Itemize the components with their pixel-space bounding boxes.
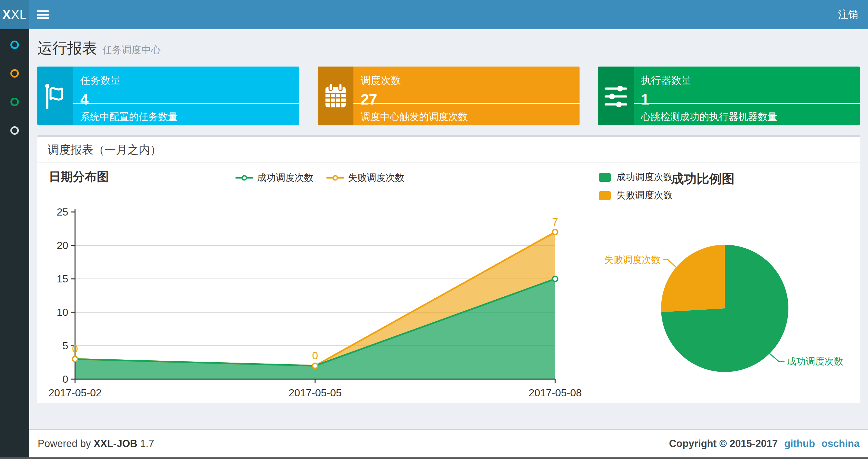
copyright-text: Copyright © 2015-2017 bbox=[669, 438, 778, 450]
top-navbar: XXL 注销 bbox=[0, 0, 868, 29]
svg-text:5: 5 bbox=[62, 340, 68, 352]
svg-text:2017-05-05: 2017-05-05 bbox=[288, 387, 342, 399]
sliders-icon bbox=[598, 67, 634, 125]
stat-box-row: 任务数量 4 系统中配置的任务数量 bbox=[37, 67, 860, 125]
app-logo-rest: XL bbox=[11, 8, 27, 22]
sidebar-item-job-manage[interactable] bbox=[0, 59, 29, 88]
legend-item[interactable]: 失败调度次数 bbox=[599, 189, 673, 202]
stat-value: 27 bbox=[353, 91, 580, 108]
pie-chart-title: 成功比例图 bbox=[671, 170, 735, 188]
svg-text:10: 10 bbox=[57, 306, 68, 318]
app-logo[interactable]: XXL bbox=[0, 0, 29, 29]
content-header: 运行报表 任务调度中心 bbox=[37, 38, 161, 59]
sidebar-item-run-report[interactable] bbox=[0, 31, 29, 59]
powered-by-text: Powered by XXL-JOB 1.7 bbox=[38, 438, 154, 450]
stat-description: 系统中配置的任务数量 bbox=[73, 109, 299, 125]
logout-button[interactable]: 注销 bbox=[828, 0, 868, 29]
svg-text:20: 20 bbox=[57, 239, 68, 251]
sidebar bbox=[0, 29, 29, 459]
circle-icon bbox=[10, 69, 19, 77]
page-title: 运行报表 bbox=[37, 38, 97, 59]
stat-divider bbox=[73, 103, 299, 104]
page-subtitle: 任务调度中心 bbox=[102, 43, 161, 57]
oschina-link[interactable]: oschina bbox=[822, 438, 860, 450]
svg-text:0: 0 bbox=[312, 350, 318, 362]
legend-item[interactable]: 成功调度次数 bbox=[236, 171, 313, 185]
stat-value: 4 bbox=[73, 91, 299, 108]
panel-header: 调度报表（一月之内） bbox=[37, 137, 860, 163]
circle-icon bbox=[10, 40, 19, 49]
circle-icon bbox=[10, 126, 19, 135]
stat-box-trigger-count: 调度次数 27 调度中心触发的调度次数 bbox=[318, 67, 580, 125]
stat-label: 任务数量 bbox=[73, 74, 299, 87]
stat-box-executor-count: 执行器数量 1 心跳检测成功的执行器机器数量 bbox=[598, 67, 860, 125]
legend-label: 失败调度次数 bbox=[348, 171, 404, 185]
xxl-job-dashboard: XXL 注销 运行报表 任务调度中心 任务数量 4 系统中配置的任务数量 bbox=[0, 0, 868, 459]
stat-divider bbox=[353, 103, 580, 104]
sidebar-item-job-log[interactable] bbox=[0, 88, 29, 116]
flag-icon bbox=[37, 67, 73, 125]
line-chart-title: 日期分布图 bbox=[49, 169, 109, 185]
calendar-icon bbox=[318, 67, 353, 125]
stat-description: 心跳检测成功的执行器机器数量 bbox=[634, 109, 860, 125]
legend-label: 成功调度次数 bbox=[616, 171, 673, 184]
swatch-icon bbox=[599, 173, 611, 182]
svg-text:25: 25 bbox=[57, 207, 68, 218]
svg-text:0: 0 bbox=[72, 343, 78, 355]
product-name: XXL-JOB bbox=[94, 438, 137, 449]
success-ratio-chart: 失败调度次数成功调度次数 bbox=[601, 230, 855, 385]
schedule-report-panel: 调度报表（一月之内） 日期分布图 成功调度次数失败调度次数 0510152025… bbox=[37, 135, 860, 403]
swatch-icon bbox=[599, 191, 611, 200]
svg-text:失败调度次数: 失败调度次数 bbox=[604, 255, 661, 265]
stat-label: 调度次数 bbox=[353, 74, 580, 87]
hamburger-icon[interactable] bbox=[36, 8, 50, 21]
svg-text:2017-05-02: 2017-05-02 bbox=[49, 387, 102, 399]
stat-box-job-count: 任务数量 4 系统中配置的任务数量 bbox=[37, 67, 299, 125]
legend-label: 失败调度次数 bbox=[616, 189, 673, 202]
window-bottom-edge bbox=[0, 457, 868, 459]
stat-value: 1 bbox=[634, 91, 860, 108]
stat-label: 执行器数量 bbox=[634, 74, 860, 87]
stat-description: 调度中心触发的调度次数 bbox=[353, 109, 580, 125]
github-link[interactable]: github bbox=[784, 438, 815, 450]
pie-chart-legend: 成功调度次数失败调度次数 bbox=[599, 171, 673, 202]
date-distribution-chart: 05101520252017-05-022017-05-052017-05-08… bbox=[49, 207, 582, 408]
svg-text:2017-05-08: 2017-05-08 bbox=[529, 387, 582, 399]
svg-text:成功调度次数: 成功调度次数 bbox=[787, 356, 843, 366]
line-marker-icon bbox=[236, 173, 253, 183]
stat-divider bbox=[634, 103, 860, 104]
page-footer: Powered by XXL-JOB 1.7 Copyright © 2015-… bbox=[29, 429, 868, 457]
svg-text:0: 0 bbox=[62, 373, 68, 385]
legend-item[interactable]: 失败调度次数 bbox=[327, 171, 404, 185]
svg-text:15: 15 bbox=[57, 273, 68, 285]
svg-text:7: 7 bbox=[552, 216, 558, 228]
app-logo-bold: X bbox=[3, 8, 11, 22]
line-chart-legend: 成功调度次数失败调度次数 bbox=[236, 171, 404, 185]
legend-item[interactable]: 成功调度次数 bbox=[599, 171, 673, 184]
legend-label: 成功调度次数 bbox=[257, 171, 313, 185]
circle-icon bbox=[10, 98, 19, 106]
sidebar-item-help[interactable] bbox=[0, 116, 29, 145]
panel-title: 调度报表（一月之内） bbox=[48, 142, 161, 158]
line-marker-icon bbox=[327, 173, 344, 183]
